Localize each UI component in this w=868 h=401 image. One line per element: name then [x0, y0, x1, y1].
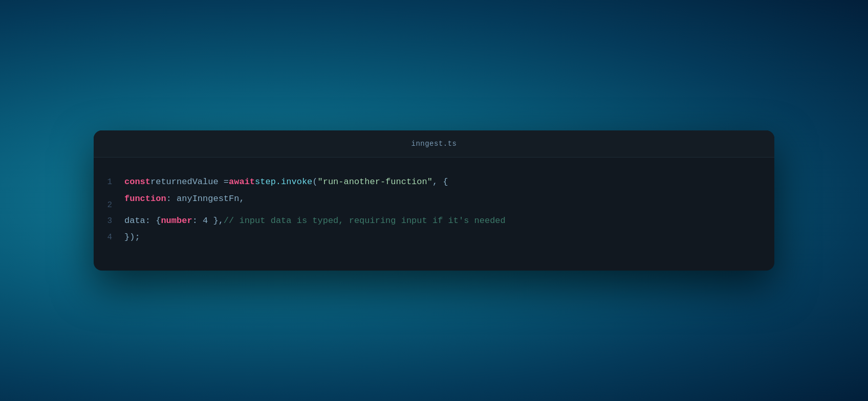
code-token: data: { [124, 213, 161, 229]
code-content: const returnedValue = await step.invoke(… [124, 174, 448, 190]
line-number: 3 [104, 213, 124, 229]
line-number: 1 [104, 174, 124, 190]
code-token: : 4 }, [192, 213, 224, 229]
code-token: // input data is typed, requiring input … [224, 213, 506, 229]
code-token: function [124, 191, 166, 207]
code-token: await [229, 174, 255, 190]
window-titlebar: inngest.ts [94, 130, 774, 158]
code-content: data: { number: 4 }, // input data is ty… [124, 213, 506, 229]
code-token: ( [312, 174, 317, 190]
code-line: 2 function: anyInngestFn, [104, 191, 754, 213]
code-token: const [124, 174, 150, 190]
line-number: 4 [104, 230, 124, 245]
code-line: 4}); [104, 229, 754, 246]
code-token: : anyInngestFn, [166, 191, 245, 207]
code-content: }); [124, 229, 140, 246]
code-body: 1const returnedValue = await step.invoke… [94, 158, 774, 271]
code-window: inngest.ts 1const returnedValue = await … [94, 130, 774, 271]
code-line: 3 data: { number: 4 }, // input data is … [104, 213, 754, 229]
window-title: inngest.ts [411, 140, 457, 148]
line-number: 2 [104, 197, 124, 213]
code-line: 1const returnedValue = await step.invoke… [104, 174, 754, 190]
code-token: number [161, 213, 192, 229]
code-token: }); [124, 229, 140, 246]
code-token: "run-another-function" [317, 174, 432, 190]
code-token: step.invoke [255, 174, 312, 190]
code-token: , { [432, 174, 448, 190]
code-content: function: anyInngestFn, [124, 191, 245, 207]
code-token: returnedValue = [150, 174, 229, 190]
